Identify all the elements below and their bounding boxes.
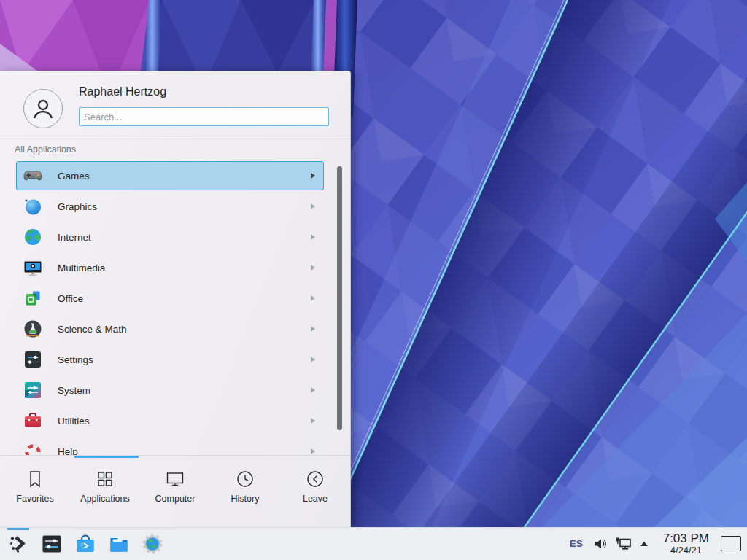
submenu-arrow-icon [310,203,316,210]
wired-network-icon [615,537,632,551]
tab-favorites[interactable]: Favorites [0,459,70,527]
launcher-header: Raphael Hertzog [0,71,350,136]
tab-history[interactable]: History [210,459,280,527]
tab-label: Leave [303,494,328,504]
app-launcher-icon [7,533,29,555]
menu-item-system[interactable]: System [16,376,324,405]
application-category-list: Games Graphics Internet [0,161,350,455]
user-name: Raphael Hertzog [79,85,166,98]
footer-separator [0,455,350,456]
section-label: All Applications [15,144,76,155]
volume-icon [593,537,608,551]
submenu-arrow-icon [310,295,316,302]
menu-item-office[interactable]: Office [16,284,324,313]
globe-icon [23,227,43,247]
system-settings-icon [41,533,63,555]
application-launcher: Raphael Hertzog All Applications Games [0,71,351,527]
file-manager-icon [108,533,130,555]
lifebuoy-icon [23,441,43,455]
menu-item-label: Office [58,293,83,304]
taskbar-panel: ES [0,527,747,560]
submenu-arrow-icon [310,172,316,179]
submenu-arrow-icon [310,448,316,455]
digital-clock[interactable]: 7:03 PM 4/24/21 [663,532,709,555]
expand-tray-icon [638,539,650,549]
grid-icon [94,468,116,490]
tab-computer[interactable]: Computer [140,459,210,527]
menu-item-label: Settings [58,354,93,365]
network-button[interactable] [615,537,632,551]
submenu-arrow-icon [310,264,316,271]
menu-item-label: Internet [58,232,91,243]
web-browser-icon [142,533,163,555]
menu-item-graphics[interactable]: Graphics [16,192,324,221]
volume-button[interactable] [593,537,608,551]
desktop: Raphael Hertzog All Applications Games [0,0,747,560]
documents-icon [23,288,43,308]
tab-label: Favorites [16,494,53,504]
active-task-indicator [7,528,29,530]
menu-item-settings[interactable]: Settings [16,345,324,374]
system-settings-button[interactable] [41,533,63,555]
tab-label: History [231,494,260,504]
file-manager-button[interactable] [108,533,130,555]
menu-item-label: Graphics [58,201,97,212]
system-tray: ES [570,532,741,555]
discover-button[interactable] [74,533,96,555]
submenu-arrow-icon [310,233,316,241]
submenu-arrow-icon [310,386,316,394]
launcher-tab-bar: Favorites Applications Computer [0,459,350,527]
tab-applications[interactable]: Applications [70,459,140,527]
search-input[interactable] [79,107,329,126]
computer-icon [164,468,186,490]
menu-item-multimedia[interactable]: Multimedia [16,253,324,282]
monitor-play-icon [23,257,43,278]
expand-tray-button[interactable] [638,539,650,549]
keyboard-layout-indicator[interactable]: ES [570,538,583,549]
menu-item-science-math[interactable]: Science & Math [16,314,324,343]
submenu-arrow-icon [310,417,316,424]
menu-item-label: Utilities [58,416,90,427]
leave-icon [304,468,326,490]
web-browser-button[interactable] [142,533,163,555]
blue-ball-icon [23,196,43,217]
bookmark-icon [24,468,46,490]
menu-item-help[interactable]: Help [16,437,324,455]
app-launcher-button[interactable] [7,533,29,555]
menu-item-label: System [58,385,90,396]
tab-leave[interactable]: Leave [280,459,350,527]
list-scrollbar[interactable] [337,166,342,430]
clock-icon [234,468,256,490]
gamepad-icon [23,166,43,186]
active-tab-indicator [74,456,139,458]
tab-label: Applications [80,494,129,504]
menu-item-label: Science & Math [58,324,127,335]
color-sliders-icon [23,380,43,400]
menu-item-utilities[interactable]: Utilities [16,406,324,435]
submenu-arrow-icon [310,325,316,332]
flask-icon [23,319,43,339]
menu-item-label: Help [58,446,78,456]
submenu-arrow-icon [310,356,316,363]
toolbox-icon [23,411,43,431]
menu-item-label: Multimedia [58,262,105,273]
tab-label: Computer [155,494,196,504]
clock-time: 7:03 PM [663,532,709,545]
show-desktop-button[interactable] [721,536,741,551]
menu-item-games[interactable]: Games [16,161,324,190]
menu-item-label: Games [58,171,90,182]
menu-item-internet[interactable]: Internet [16,222,324,252]
person-icon [31,96,55,121]
user-avatar[interactable] [23,89,63,128]
taskbar-launchers [7,533,163,555]
dark-sliders-icon [23,349,43,370]
clock-date: 4/24/21 [663,545,709,556]
discover-icon [74,533,96,555]
